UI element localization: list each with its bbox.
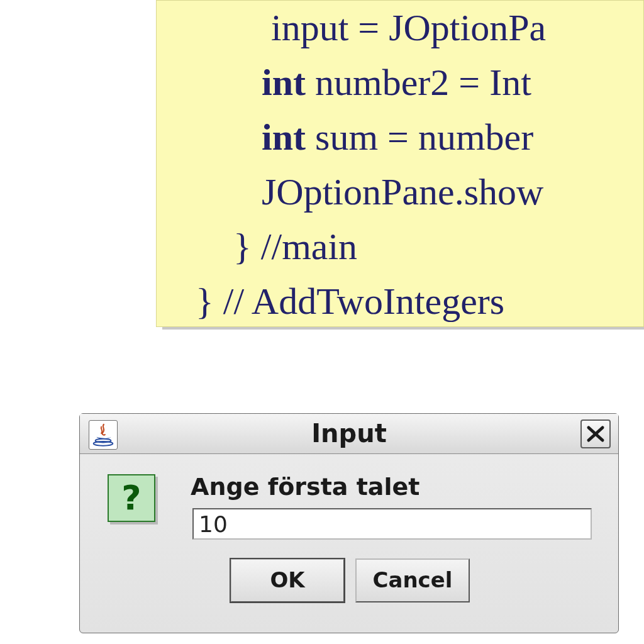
close-button[interactable] xyxy=(580,419,611,448)
code-keyword-int-2: int xyxy=(262,116,306,158)
dialog-input[interactable] xyxy=(192,508,592,540)
question-mark-glyph: ? xyxy=(109,475,154,521)
cancel-button[interactable]: Cancel xyxy=(355,558,470,602)
dialog-title: Input xyxy=(80,414,618,453)
ok-button[interactable]: OK xyxy=(230,558,345,602)
dialog-titlebar[interactable]: Input xyxy=(80,414,618,454)
code-line-4: JOptionPane.show xyxy=(196,171,543,213)
code-block-content: input = JOptionPa int number2 = Int int … xyxy=(156,0,644,327)
code-line-3-rest: sum = number xyxy=(306,116,533,158)
dialog-prompt: Ange första talet xyxy=(191,473,419,501)
input-dialog: Input ? Ange första talet OK Cancel xyxy=(79,413,619,633)
dialog-body: ? Ange första talet OK Cancel xyxy=(80,454,618,633)
code-line-6: } // AddTwoIntegers xyxy=(196,280,504,322)
code-line-5: } //main xyxy=(196,226,357,267)
code-keyword-int-1: int xyxy=(262,62,306,103)
code-line-1: input = JOptionPa xyxy=(196,7,546,48)
code-block: input = JOptionPa int number2 = Int int … xyxy=(156,0,644,327)
question-icon: ? xyxy=(108,474,155,522)
code-line-2-rest: number2 = Int xyxy=(306,62,531,103)
